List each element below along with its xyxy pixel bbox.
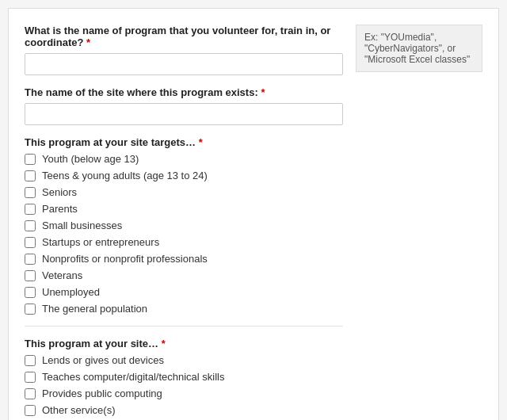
required-star-4: * <box>162 338 166 349</box>
target-checkbox-1[interactable] <box>25 170 36 181</box>
services-field-group: This program at your site… * Lends or gi… <box>25 338 343 416</box>
list-item: Provides public computing <box>25 388 343 399</box>
target-checkbox-4[interactable] <box>25 220 36 231</box>
target-checkbox-5[interactable] <box>25 237 36 248</box>
target-label-8: Unemployed <box>42 286 100 298</box>
targets-label: This program at your site targets… * <box>25 136 343 148</box>
form-main: What is the name of program that you vol… <box>25 25 343 420</box>
target-checkbox-9[interactable] <box>25 304 36 315</box>
list-item: Unemployed <box>25 286 343 298</box>
service-label-3: Other service(s) <box>42 404 115 416</box>
services-label: This program at your site… * <box>25 338 343 349</box>
form-layout: What is the name of program that you vol… <box>25 25 482 420</box>
target-label-6: Nonprofits or nonprofit professionals <box>42 253 208 265</box>
list-item: Other service(s) <box>25 404 343 416</box>
service-label-2: Provides public computing <box>42 388 162 399</box>
required-star-3: * <box>199 136 203 148</box>
service-checkbox-0[interactable] <box>25 355 36 366</box>
service-checkbox-3[interactable] <box>25 405 36 416</box>
service-label-0: Lends or gives out devices <box>42 354 164 366</box>
targets-checkbox-group: Youth (below age 13)Teens & young adults… <box>25 153 343 315</box>
service-checkbox-1[interactable] <box>25 372 36 383</box>
program-name-field-group: What is the name of program that you vol… <box>25 25 343 75</box>
target-checkbox-7[interactable] <box>25 270 36 281</box>
program-name-label: What is the name of program that you vol… <box>25 25 343 48</box>
target-checkbox-3[interactable] <box>25 204 36 215</box>
target-label-9: The general population <box>42 303 147 315</box>
target-label-2: Seniors <box>42 186 77 198</box>
page-container: What is the name of program that you vol… <box>8 8 499 420</box>
target-label-5: Startups or entrepreneurs <box>42 236 159 248</box>
list-item: Parents <box>25 203 343 215</box>
list-item: Nonprofits or nonprofit professionals <box>25 253 343 265</box>
list-item: Teaches computer/digital/technical skill… <box>25 371 343 383</box>
list-item: Lends or gives out devices <box>25 354 343 366</box>
target-label-0: Youth (below age 13) <box>42 153 139 165</box>
list-item: Startups or entrepreneurs <box>25 236 343 248</box>
site-name-label: The name of the site where this program … <box>25 86 343 98</box>
list-item: Veterans <box>25 269 343 281</box>
service-checkbox-2[interactable] <box>25 388 36 399</box>
required-star-1: * <box>86 36 90 48</box>
services-checkbox-group: Lends or gives out devicesTeaches comput… <box>25 354 343 416</box>
list-item: Small businesses <box>25 220 343 231</box>
target-label-1: Teens & young adults (age 13 to 24) <box>42 170 208 181</box>
target-checkbox-6[interactable] <box>25 254 36 265</box>
list-item: Teens & young adults (age 13 to 24) <box>25 170 343 181</box>
target-checkbox-2[interactable] <box>25 187 36 198</box>
list-item: The general population <box>25 303 343 315</box>
section-divider <box>25 326 343 326</box>
service-label-1: Teaches computer/digital/technical skill… <box>42 371 225 383</box>
target-checkbox-0[interactable] <box>25 154 36 165</box>
sidebar-example-text: Ex: "YOUmedia", "CyberNavigators", or "M… <box>364 32 470 65</box>
target-label-3: Parents <box>42 203 78 215</box>
form-sidebar: Ex: "YOUmedia", "CyberNavigators", or "M… <box>356 25 482 72</box>
target-label-7: Veterans <box>42 269 82 281</box>
site-name-input[interactable] <box>25 103 343 125</box>
target-checkbox-8[interactable] <box>25 287 36 298</box>
list-item: Seniors <box>25 186 343 198</box>
site-name-field-group: The name of the site where this program … <box>25 86 343 125</box>
program-name-input[interactable] <box>25 53 343 75</box>
target-label-4: Small businesses <box>42 220 122 231</box>
required-star-2: * <box>261 86 265 98</box>
list-item: Youth (below age 13) <box>25 153 343 165</box>
targets-field-group: This program at your site targets… * You… <box>25 136 343 315</box>
